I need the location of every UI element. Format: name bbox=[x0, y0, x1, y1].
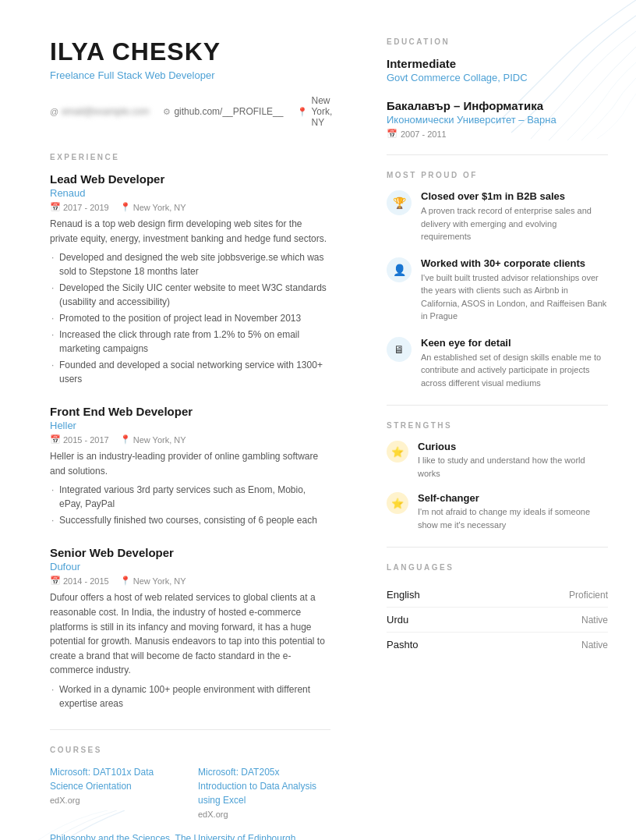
strength-icon-0: ⭐ bbox=[387, 441, 408, 463]
exp-bullet: Successfully finished two courses, consi… bbox=[50, 513, 330, 527]
course-item-2: Philosophy and the Sciences, The Univers… bbox=[50, 831, 330, 840]
calendar-icon: 📅 bbox=[50, 202, 61, 212]
candidate-subtitle: Freelance Full Stack Web Developer bbox=[50, 69, 330, 81]
lang-level-2: Native bbox=[581, 640, 608, 650]
exp-meta-0: 📅 2017 - 2019 📍 New York, NY bbox=[50, 202, 330, 212]
proud-icon-2: 🖥 bbox=[387, 337, 412, 362]
edu-title-1: Бакалавър – Информатика bbox=[387, 99, 608, 112]
exp-years-0: 📅 2017 - 2019 bbox=[50, 202, 109, 212]
contact-github: ⚙ github.com/__PROFILE__ bbox=[163, 106, 283, 117]
language-row-2: Pashto Native bbox=[387, 633, 608, 657]
edu-years-1: 📅 2007 - 2011 bbox=[387, 129, 608, 139]
courses-divider bbox=[50, 729, 330, 730]
languages-divider bbox=[387, 547, 608, 548]
exp-company-2: Dufour bbox=[50, 561, 330, 572]
exp-years-1: 📅 2015 - 2017 bbox=[50, 434, 109, 445]
course-title-2[interactable]: Philosophy and the Sciences, The Univers… bbox=[50, 831, 330, 840]
proud-section-header: MOST PROUD OF bbox=[387, 171, 608, 179]
proud-divider bbox=[387, 154, 608, 155]
lang-name-1: Urdu bbox=[387, 614, 408, 626]
exp-bullets-2: Worked in a dynamic 100+ people environm… bbox=[50, 682, 330, 711]
exp-years-2: 📅 2014 - 2015 bbox=[50, 576, 109, 586]
proud-content-0: Closed over $1m in B2B sales A proven tr… bbox=[421, 190, 608, 243]
courses-container: Microsoft: DAT101x Data Science Orientat… bbox=[50, 765, 330, 840]
experience-item-0: Lead Web Developer Renaud 📅 2017 - 2019 … bbox=[50, 172, 330, 386]
exp-desc-2: Dufour offers a host of web related serv… bbox=[50, 590, 330, 678]
location-icon-exp: 📍 bbox=[120, 202, 131, 212]
proud-item-0: 🏆 Closed over $1m in B2B sales A proven … bbox=[387, 190, 608, 243]
course-source-1: edX.org bbox=[198, 810, 330, 819]
strength-title-1: Self-changer bbox=[418, 492, 608, 504]
exp-company-0: Renaud bbox=[50, 187, 330, 199]
location-icon: 📍 bbox=[297, 107, 308, 117]
edu-title-0: Intermediate bbox=[387, 57, 608, 70]
lang-name-0: English bbox=[387, 589, 420, 601]
proud-desc-1: I've built built trusted advisor relatio… bbox=[421, 271, 608, 323]
strength-icon-1: ⭐ bbox=[387, 492, 408, 514]
contact-row: @ email@example.com ⚙ github.com/__PROFI… bbox=[50, 95, 330, 128]
exp-bullet: Increased the click through rate from 1.… bbox=[50, 328, 330, 356]
exp-desc-1: Heller is an industry-leading provider o… bbox=[50, 449, 330, 478]
strength-content-1: Self-changer I'm not afraid to change my… bbox=[418, 492, 608, 531]
candidate-name: ILYA CHESKY bbox=[50, 37, 330, 66]
exp-bullet: Founded and developed a social networkin… bbox=[50, 358, 330, 386]
proud-content-1: Worked with 30+ corporate clients I've b… bbox=[421, 257, 608, 323]
exp-title-1: Front End Web Developer bbox=[50, 405, 330, 418]
exp-bullet: Integrated various 3rd party services su… bbox=[50, 483, 330, 511]
proud-title-0: Closed over $1m in B2B sales bbox=[421, 190, 608, 202]
location-icon-exp: 📍 bbox=[120, 576, 131, 586]
course-item-0: Microsoft: DAT101x Data Science Orientat… bbox=[50, 765, 182, 819]
exp-meta-1: 📅 2015 - 2017 📍 New York, NY bbox=[50, 434, 330, 445]
email-icon: @ bbox=[50, 107, 58, 116]
exp-bullets-1: Integrated various 3rd party services su… bbox=[50, 483, 330, 527]
exp-bullet: Developed and designed the web site jobb… bbox=[50, 250, 330, 278]
course-title-1[interactable]: Microsoft: DAT205x Introduction to Data … bbox=[198, 765, 330, 807]
proud-desc-0: A proven track record of enterprise sale… bbox=[421, 204, 608, 243]
course-title-0[interactable]: Microsoft: DAT101x Data Science Orientat… bbox=[50, 765, 182, 793]
exp-desc-0: Renaud is a top web design firm developi… bbox=[50, 217, 330, 246]
exp-bullet: Worked in a dynamic 100+ people environm… bbox=[50, 682, 330, 711]
course-source-0: edX.org bbox=[50, 796, 182, 805]
proud-content-2: Keen eye for detail An established set o… bbox=[421, 337, 608, 390]
experience-container: Lead Web Developer Renaud 📅 2017 - 2019 … bbox=[50, 172, 330, 711]
strength-desc-1: I'm not afraid to change my ideals if so… bbox=[418, 505, 608, 531]
lang-level-1: Native bbox=[581, 615, 608, 626]
education-section-header: EDUCATION bbox=[387, 37, 608, 46]
strengths-divider bbox=[387, 405, 608, 406]
language-row-0: English Proficient bbox=[387, 583, 608, 608]
language-row-1: Urdu Native bbox=[387, 608, 608, 633]
strength-content-0: Curious I like to study and understand h… bbox=[418, 441, 608, 480]
email-value: email@example.com bbox=[62, 106, 149, 117]
edu-institution-0: Govt Commerce Collage, PIDC bbox=[387, 72, 608, 83]
experience-item-2: Senior Web Developer Dufour 📅 2014 - 201… bbox=[50, 546, 330, 711]
exp-bullets-0: Developed and designed the web site jobb… bbox=[50, 250, 330, 386]
strengths-section-header: STRENGTHS bbox=[387, 421, 608, 430]
proud-icon-0: 🏆 bbox=[387, 190, 412, 215]
lang-level-0: Proficient bbox=[569, 590, 608, 601]
education-container: Intermediate Govt Commerce Collage, PIDC… bbox=[387, 57, 608, 139]
exp-bullet: Promoted to the position of project lead… bbox=[50, 311, 330, 325]
courses-section-header: COURSES bbox=[50, 746, 330, 754]
exp-meta-2: 📅 2014 - 2015 📍 New York, NY bbox=[50, 576, 330, 586]
contact-location: 📍 New York, NY bbox=[297, 95, 332, 128]
proud-title-1: Worked with 30+ corporate clients bbox=[421, 257, 608, 269]
experience-section-header: EXPERIENCE bbox=[50, 153, 330, 161]
strength-title-0: Curious bbox=[418, 441, 608, 452]
left-column: ILYA CHESKY Freelance Full Stack Web Dev… bbox=[0, 0, 359, 840]
exp-title-2: Senior Web Developer bbox=[50, 546, 330, 559]
experience-item-1: Front End Web Developer Heller 📅 2015 - … bbox=[50, 405, 330, 527]
github-icon: ⚙ bbox=[163, 107, 171, 117]
strength-item-0: ⭐ Curious I like to study and understand… bbox=[387, 441, 608, 480]
proud-item-2: 🖥 Keen eye for detail An established set… bbox=[387, 337, 608, 390]
edu-institution-1: Икономически Университет – Варна bbox=[387, 114, 608, 126]
proud-desc-2: An established set of design skills enab… bbox=[421, 351, 608, 390]
exp-location-2: 📍 New York, NY bbox=[120, 576, 186, 586]
page-wrapper: ILYA CHESKY Freelance Full Stack Web Dev… bbox=[0, 0, 636, 840]
education-item-0: Intermediate Govt Commerce Collage, PIDC bbox=[387, 57, 608, 83]
github-value: github.com/__PROFILE__ bbox=[174, 106, 283, 117]
languages-container: English Proficient Urdu Native Pashto Na… bbox=[387, 583, 608, 657]
exp-title-0: Lead Web Developer bbox=[50, 172, 330, 186]
calendar-icon-edu: 📅 bbox=[387, 129, 398, 139]
strength-desc-0: I like to study and understand how the w… bbox=[418, 454, 608, 480]
education-item-1: Бакалавър – Информатика Икономически Уни… bbox=[387, 99, 608, 139]
